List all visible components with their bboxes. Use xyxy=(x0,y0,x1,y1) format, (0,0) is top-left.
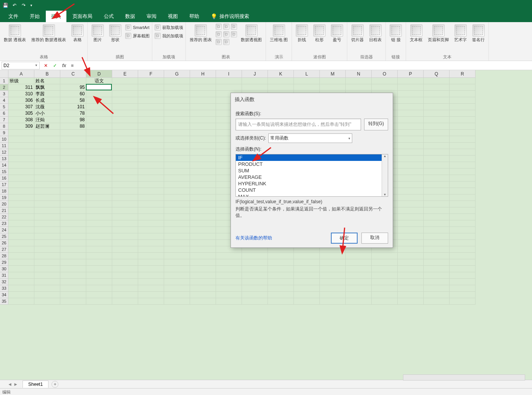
row-header[interactable]: 20 xyxy=(0,201,8,207)
cell[interactable] xyxy=(112,78,138,84)
cell[interactable] xyxy=(216,78,242,84)
row-header[interactable]: 35 xyxy=(0,298,8,305)
cell[interactable] xyxy=(34,143,60,149)
cell[interactable] xyxy=(424,227,450,233)
cell[interactable] xyxy=(398,227,424,233)
cell[interactable] xyxy=(190,136,216,143)
cell[interactable] xyxy=(424,130,450,136)
row-header[interactable]: 19 xyxy=(0,194,8,201)
cell[interactable] xyxy=(86,240,112,246)
cell[interactable] xyxy=(398,175,424,181)
cell[interactable] xyxy=(398,169,424,175)
cell[interactable] xyxy=(8,253,34,259)
cell[interactable] xyxy=(112,246,138,253)
column-header[interactable]: P xyxy=(398,70,424,78)
row-header[interactable]: 32 xyxy=(0,279,8,285)
cell[interactable] xyxy=(60,285,86,292)
cell[interactable] xyxy=(398,78,424,84)
cell[interactable] xyxy=(424,123,450,130)
cell[interactable] xyxy=(346,292,372,298)
column-header[interactable]: E xyxy=(112,70,138,78)
cell[interactable] xyxy=(424,253,450,259)
timeline-button[interactable]: 日程表 xyxy=(368,24,383,43)
cell[interactable] xyxy=(164,136,190,143)
cell[interactable] xyxy=(34,220,60,227)
cell[interactable] xyxy=(34,201,60,207)
cell[interactable] xyxy=(190,292,216,298)
cell[interactable] xyxy=(164,130,190,136)
cell[interactable] xyxy=(8,162,34,169)
chart-stock-icon[interactable] xyxy=(216,39,222,45)
cell[interactable] xyxy=(398,266,424,272)
cell[interactable] xyxy=(190,78,216,84)
cell[interactable] xyxy=(60,233,86,240)
cell[interactable] xyxy=(138,272,164,279)
cell[interactable] xyxy=(398,123,424,130)
cell[interactable] xyxy=(8,285,34,292)
cell[interactable] xyxy=(164,181,190,188)
row-header[interactable]: 13 xyxy=(0,156,8,162)
cell[interactable] xyxy=(164,110,190,117)
cell[interactable] xyxy=(112,143,138,149)
cell[interactable] xyxy=(138,246,164,253)
cell[interactable]: 姓名 xyxy=(34,78,60,84)
cell[interactable] xyxy=(60,194,86,201)
cell[interactable] xyxy=(398,97,424,104)
cell[interactable] xyxy=(424,220,450,227)
cell[interactable] xyxy=(60,240,86,246)
cell[interactable] xyxy=(60,246,86,253)
cell[interactable] xyxy=(112,169,138,175)
cell[interactable] xyxy=(112,110,138,117)
formula-input[interactable]: = xyxy=(69,63,532,68)
cell[interactable] xyxy=(216,266,242,272)
cell[interactable] xyxy=(164,292,190,298)
cell[interactable] xyxy=(86,162,112,169)
cell[interactable] xyxy=(138,266,164,272)
enter-formula-button[interactable]: ✓ xyxy=(50,63,60,68)
cell[interactable] xyxy=(424,207,450,214)
cell[interactable] xyxy=(8,233,34,240)
function-list-item[interactable]: MAX xyxy=(236,193,382,196)
cell[interactable] xyxy=(294,266,320,272)
cell[interactable] xyxy=(60,207,86,214)
cell[interactable] xyxy=(268,84,294,91)
cell[interactable] xyxy=(450,123,476,130)
cell[interactable] xyxy=(60,136,86,143)
cell[interactable] xyxy=(398,194,424,201)
cell[interactable] xyxy=(398,162,424,169)
cell[interactable] xyxy=(86,136,112,143)
cell[interactable] xyxy=(398,84,424,91)
cell[interactable] xyxy=(34,156,60,162)
cell[interactable] xyxy=(346,266,372,272)
row-header[interactable]: 2 xyxy=(0,84,8,91)
signature-line-button[interactable]: 签名行 xyxy=(471,24,486,43)
cell[interactable] xyxy=(450,117,476,123)
cell[interactable] xyxy=(138,201,164,207)
cell[interactable] xyxy=(190,117,216,123)
cell[interactable] xyxy=(424,266,450,272)
cell[interactable] xyxy=(86,156,112,162)
cell[interactable] xyxy=(138,194,164,201)
cell[interactable] xyxy=(86,266,112,272)
cell[interactable] xyxy=(268,279,294,285)
cell[interactable] xyxy=(8,181,34,188)
cell[interactable] xyxy=(164,149,190,156)
tab-review[interactable]: 审阅 xyxy=(141,11,162,22)
cell[interactable] xyxy=(60,78,86,84)
redo-icon[interactable]: ↷ xyxy=(21,2,27,8)
cell[interactable] xyxy=(60,279,86,285)
cell[interactable] xyxy=(34,292,60,298)
cell[interactable] xyxy=(190,266,216,272)
cell[interactable] xyxy=(190,272,216,279)
undo-icon[interactable]: ↶ xyxy=(11,2,18,8)
cell[interactable] xyxy=(112,272,138,279)
cell[interactable] xyxy=(112,207,138,214)
cell[interactable] xyxy=(268,298,294,305)
cell[interactable] xyxy=(424,149,450,156)
cell[interactable] xyxy=(450,207,476,214)
row-header[interactable]: 17 xyxy=(0,181,8,188)
pictures-button[interactable]: 图片 xyxy=(90,24,105,43)
tab-insert[interactable]: 插入 xyxy=(46,11,66,22)
cell[interactable] xyxy=(138,227,164,233)
cell[interactable] xyxy=(190,298,216,305)
